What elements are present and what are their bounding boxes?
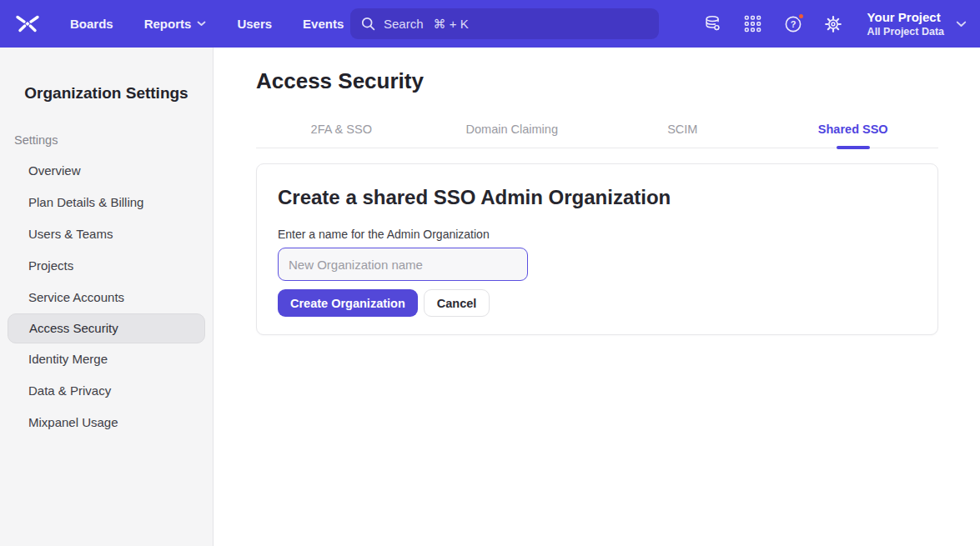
data-management-icon[interactable] [704, 14, 722, 34]
project-switcher[interactable]: Your Project All Project Data [867, 9, 967, 38]
svg-text:?: ? [790, 19, 796, 29]
org-name-field-label: Enter a name for the Admin Organization [278, 228, 917, 241]
global-search-input[interactable]: Search ⌘ + K [350, 8, 659, 39]
access-security-tabs: 2FA & SSO Domain Claiming SCIM Shared SS… [256, 123, 938, 148]
sidebar-section-label: Settings [14, 133, 213, 147]
sidebar-item-list: Overview Plan Details & Billing Users & … [0, 155, 213, 438]
sidebar-title: Organization Settings [0, 48, 213, 103]
card-title: Create a shared SSO Admin Organization [278, 186, 917, 209]
mixpanel-logo-icon[interactable] [15, 14, 40, 33]
sidebar-item-identity-merge[interactable]: Identity Merge [0, 343, 213, 375]
help-icon[interactable]: ? [784, 14, 802, 34]
sidebar-item-projects[interactable]: Projects [0, 250, 213, 282]
card-actions: Create Organization Cancel [278, 289, 917, 317]
cancel-button[interactable]: Cancel [424, 289, 490, 317]
nav-item-users[interactable]: Users [237, 17, 272, 31]
top-navbar: Boards Reports Users Events Search ⌘ + K [0, 0, 980, 48]
sidebar-item-users-teams[interactable]: Users & Teams [0, 218, 213, 250]
nav-item-label: Boards [70, 17, 113, 31]
nav-item-events[interactable]: Events [303, 17, 344, 31]
navbar-right-cluster: ? Your Project All Project Data [704, 9, 967, 38]
sidebar-item-overview[interactable]: Overview [0, 155, 213, 187]
project-subtitle: All Project Data [867, 25, 944, 38]
chevron-down-icon [956, 21, 967, 28]
org-name-input[interactable] [278, 248, 528, 281]
project-name: Your Project [867, 9, 944, 25]
nav-item-label: Reports [144, 17, 192, 31]
main-content: Access Security 2FA & SSO Domain Claimin… [214, 48, 980, 546]
sidebar-item-mixpanel-usage[interactable]: Mixpanel Usage [0, 407, 213, 438]
notification-dot [797, 13, 805, 20]
sidebar-item-access-security[interactable]: Access Security [8, 313, 205, 343]
apps-grid-icon[interactable] [744, 14, 762, 34]
sidebar-item-plan-details-billing[interactable]: Plan Details & Billing [0, 187, 213, 218]
sidebar-item-data-privacy[interactable]: Data & Privacy [0, 375, 213, 407]
tab-scim[interactable]: SCIM [597, 123, 768, 148]
settings-sidebar: Organization Settings Settings Overview … [0, 48, 214, 546]
nav-item-label: Users [237, 17, 272, 31]
search-shortcut-hint: ⌘ + K [434, 17, 469, 32]
page-title: Access Security [256, 68, 938, 94]
chevron-down-icon [197, 21, 206, 27]
nav-item-label: Events [303, 17, 344, 31]
nav-item-reports[interactable]: Reports [144, 17, 207, 31]
tab-shared-sso[interactable]: Shared SSO [768, 123, 939, 148]
primary-nav: Boards Reports Users Events [70, 17, 344, 31]
tab-2fa-sso[interactable]: 2FA & SSO [256, 123, 427, 148]
tab-domain-claiming[interactable]: Domain Claiming [427, 123, 598, 148]
create-admin-org-card: Create a shared SSO Admin Organization E… [256, 163, 938, 335]
settings-gear-icon[interactable] [824, 14, 842, 34]
search-placeholder: Search [384, 17, 424, 31]
nav-item-boards[interactable]: Boards [70, 17, 113, 31]
create-organization-button[interactable]: Create Organization [278, 289, 418, 317]
search-icon [361, 17, 375, 31]
sidebar-item-service-accounts[interactable]: Service Accounts [0, 282, 213, 313]
